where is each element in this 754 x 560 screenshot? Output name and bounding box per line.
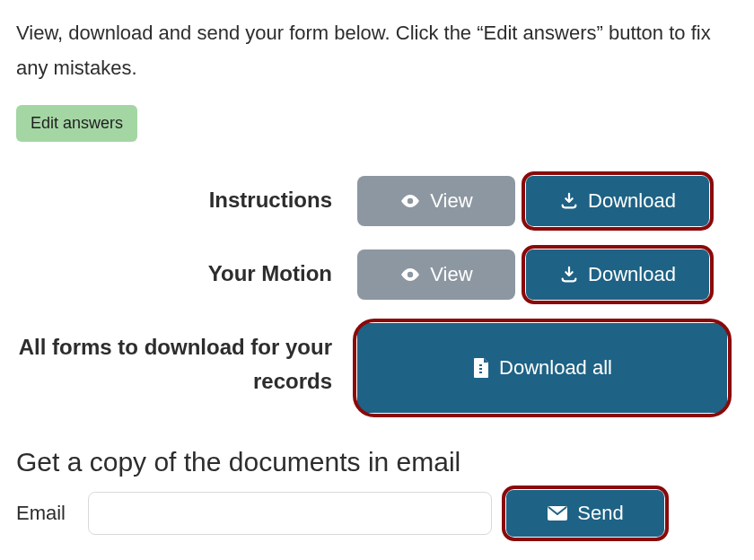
- svg-rect-2: [479, 364, 482, 366]
- eye-icon: [399, 190, 421, 212]
- row-label-all-forms: All forms to download for your records: [16, 323, 357, 399]
- edit-answers-button[interactable]: Edit answers: [16, 105, 137, 142]
- svg-point-0: [408, 198, 413, 204]
- email-field[interactable]: [88, 492, 492, 535]
- view-motion-label: View: [430, 263, 472, 286]
- download-motion-button[interactable]: Download: [526, 249, 709, 300]
- file-zip-icon: [472, 357, 490, 379]
- send-button[interactable]: Send: [506, 490, 664, 537]
- row-label-instructions: Instructions: [16, 176, 357, 217]
- view-instructions-label: View: [430, 189, 472, 213]
- intro-text: View, download and send your form below.…: [16, 16, 738, 85]
- email-section-heading: Get a copy of the documents in email: [16, 447, 738, 477]
- row-instructions: Instructions View: [16, 176, 738, 226]
- email-label: Email: [16, 502, 74, 525]
- row-label-motion: Your Motion: [16, 249, 357, 291]
- envelope-icon: [547, 505, 568, 521]
- svg-point-1: [408, 272, 413, 277]
- documents-rows: Instructions View: [16, 176, 738, 413]
- svg-rect-4: [479, 372, 482, 373]
- download-icon: [559, 265, 579, 284]
- download-instructions-button[interactable]: Download: [526, 176, 709, 226]
- row-actions-instructions: View Download: [357, 176, 738, 226]
- row-motion: Your Motion View: [16, 249, 738, 300]
- row-all-forms: All forms to download for your records D…: [16, 323, 738, 413]
- row-actions-motion: View Download: [357, 249, 738, 300]
- view-motion-button[interactable]: View: [357, 249, 515, 300]
- email-row: Email Send: [16, 490, 738, 537]
- download-instructions-label: Download: [588, 189, 676, 213]
- highlight-outline: Download all: [357, 323, 727, 413]
- eye-icon: [399, 264, 421, 285]
- download-all-label: Download all: [499, 356, 612, 380]
- view-instructions-button[interactable]: View: [357, 176, 515, 226]
- svg-rect-3: [479, 368, 482, 370]
- highlight-outline: Download: [526, 249, 709, 300]
- highlight-outline: Send: [506, 490, 664, 537]
- send-label: Send: [577, 502, 623, 525]
- download-motion-label: Download: [588, 263, 676, 286]
- highlight-outline: Download: [526, 176, 709, 226]
- download-all-button[interactable]: Download all: [357, 323, 727, 413]
- row-actions-all-forms: Download all: [357, 323, 738, 413]
- download-icon: [559, 191, 579, 211]
